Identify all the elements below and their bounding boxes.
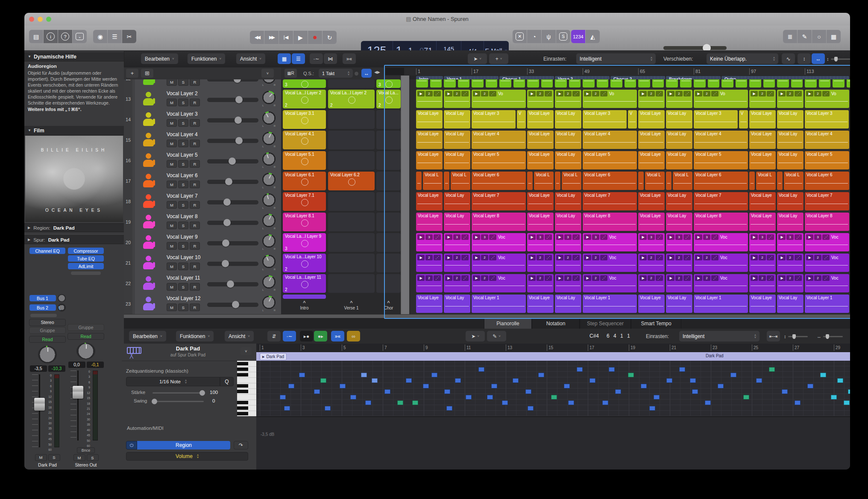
audio-region[interactable]: Vocal Layer 5 xyxy=(583,151,637,169)
automation-mode-button[interactable]: Read xyxy=(67,333,104,339)
loop-arrows-icon[interactable]: ↔ xyxy=(361,69,372,78)
editor-menu-bearbeiten[interactable]: Bearbeiten˅ xyxy=(129,331,166,341)
audio-region[interactable]: Vocal Laye xyxy=(749,213,776,231)
audio-region[interactable] xyxy=(721,79,733,88)
library-icon[interactable]: ▤ xyxy=(29,30,43,43)
midi-note[interactable] xyxy=(705,400,711,405)
live-loops-empty-cell[interactable] xyxy=(376,110,401,129)
track-volume-slider[interactable] xyxy=(207,200,258,204)
track-header-row[interactable]: 22Vocal Layer 11MSRLR xyxy=(124,273,281,294)
loop-region[interactable]: ▶2⋰ xyxy=(666,274,692,292)
record-enable-button[interactable]: R xyxy=(190,303,200,311)
audio-region[interactable]: Vocal Lay xyxy=(555,295,581,313)
horizontal-zoom-icon[interactable]: ⇤⇥ xyxy=(767,331,780,341)
automation-lane[interactable]: -3,5 dB xyxy=(256,416,850,470)
tab-pianorolle[interactable]: Pianorolle xyxy=(484,318,532,329)
send-bus-button[interactable]: Bus 1 xyxy=(29,295,56,301)
audio-region[interactable] xyxy=(569,79,581,88)
live-loops-cell[interactable]: Vocal Layer 8.1 xyxy=(283,213,326,231)
volume-thumb[interactable] xyxy=(235,137,243,144)
audio-region[interactable]: Vocal Lay xyxy=(555,213,581,231)
track-name[interactable]: Vocal Layer 8 xyxy=(167,213,198,219)
loop-region[interactable]: ▶2⋰ xyxy=(416,254,443,272)
cycle-button[interactable]: ↻ xyxy=(323,31,337,44)
audio-region[interactable]: Vocal Lay xyxy=(666,110,692,128)
fader-cap[interactable] xyxy=(73,386,83,399)
volume-thumb[interactable] xyxy=(235,117,242,124)
record-enable-button[interactable]: R xyxy=(190,79,200,86)
loop-region[interactable]: ▶2⋰Vo xyxy=(472,90,526,108)
live-loops-cell[interactable]: Vocal La...l Layer 22 xyxy=(283,90,326,108)
solo-button[interactable]: S xyxy=(48,454,60,461)
midi-note[interactable] xyxy=(743,395,749,400)
master-volume-slider[interactable] xyxy=(663,46,727,50)
insert-plugin-button[interactable]: Channel EQ xyxy=(29,248,65,254)
audio-region[interactable] xyxy=(486,79,498,88)
mute-button[interactable]: M xyxy=(167,201,177,209)
mixer-icon[interactable]: ☰ xyxy=(108,30,122,43)
catch-playhead-icon[interactable]: »« xyxy=(331,331,344,341)
record-enable-button[interactable]: R xyxy=(190,181,200,188)
audio-region[interactable] xyxy=(430,79,442,88)
track-name[interactable]: Vocal Layer 3 xyxy=(167,111,198,117)
region-inspector-row[interactable]: ▶Region:Dark Pad xyxy=(24,223,124,232)
audio-region[interactable] xyxy=(541,79,553,88)
audio-region[interactable]: Vocal Laye xyxy=(527,192,554,210)
volume-thumb[interactable] xyxy=(223,219,231,226)
audio-region[interactable] xyxy=(638,79,650,88)
mute-button[interactable]: M xyxy=(167,160,177,168)
tuning-fork-icon[interactable]: ψ xyxy=(542,30,556,43)
group-button[interactable]: Gruppe xyxy=(29,327,66,334)
pan-knob[interactable] xyxy=(262,132,276,145)
output-button[interactable]: Stereo xyxy=(29,319,66,326)
audio-region[interactable] xyxy=(499,79,511,88)
audio-region[interactable]: Vocal Layer 7 xyxy=(472,192,526,210)
loop-region[interactable]: ▶3⋰ xyxy=(777,233,803,251)
loop-region[interactable]: ▶2⋰ xyxy=(416,90,443,108)
mute-button[interactable]: M xyxy=(167,263,177,270)
midi-note[interactable] xyxy=(284,406,290,411)
audio-region[interactable]: Vocal Lay xyxy=(777,213,803,231)
audio-region[interactable]: Vocal Laye xyxy=(416,131,443,149)
vertical-zoom-icon[interactable]: ↕ xyxy=(798,53,811,64)
live-loops-cell[interactable]: Vocal Layer 6.2 xyxy=(328,172,375,190)
audio-region[interactable]: Vocal Lay xyxy=(555,131,581,149)
track-volume-slider[interactable] xyxy=(207,98,258,102)
record-enable-button[interactable]: R xyxy=(190,201,200,209)
audio-region[interactable] xyxy=(513,79,525,88)
audio-region[interactable]: Vocal Laye xyxy=(638,213,665,231)
loop-region[interactable]: ▶2⋰ xyxy=(749,254,776,272)
audio-region[interactable] xyxy=(527,79,539,88)
solo-button[interactable]: S xyxy=(178,79,188,86)
pan-knob[interactable] xyxy=(262,255,276,268)
snap-dropdown[interactable]: Intelligent˄˅ xyxy=(576,53,656,64)
loop-region[interactable]: ▶3⋰ xyxy=(444,233,470,251)
automation-curve-icon[interactable]: ↷ xyxy=(234,441,248,449)
loop-region[interactable]: ▶2⋰ xyxy=(555,90,581,108)
loop-region[interactable]: ▶2⋰Voc xyxy=(805,254,849,272)
black-key[interactable] xyxy=(237,412,248,415)
loop-region[interactable]: ▶3⋰ xyxy=(527,233,554,251)
audio-region[interactable]: Vocal L xyxy=(562,172,581,190)
mute-button[interactable]: M xyxy=(167,283,177,291)
audio-region[interactable]: Vocal Layer 5 xyxy=(805,151,849,169)
live-loops-cell[interactable]: 3 xyxy=(283,79,326,88)
audio-region[interactable]: Vocal Laye xyxy=(527,151,554,169)
loop-region[interactable]: ▶2⋰Voc xyxy=(694,274,748,292)
loop-browser-icon[interactable]: ○ xyxy=(812,30,826,43)
live-loops-cell[interactable]: Vocal Layer 4.1 xyxy=(283,131,326,149)
midi-note[interactable] xyxy=(513,378,519,383)
loop-region[interactable]: ▶2⋰ xyxy=(666,90,692,108)
automation-power-icon[interactable]: ⏻ xyxy=(126,441,137,449)
loop-region[interactable]: ▶3⋰ xyxy=(749,233,776,251)
solo-button[interactable]: S xyxy=(178,119,188,127)
audio-region[interactable] xyxy=(555,79,567,88)
help-icon[interactable]: ? xyxy=(58,30,72,43)
loop-region[interactable]: ▶2⋰Voc xyxy=(694,254,748,272)
audio-region[interactable]: Vocal Lay xyxy=(666,192,692,210)
live-loops-cell[interactable]: Vocal La...Layer 112 xyxy=(283,274,326,293)
mute-button[interactable]: M xyxy=(167,140,177,147)
mute-button[interactable]: M xyxy=(167,119,177,127)
record-enable-button[interactable]: R xyxy=(190,242,200,250)
volume-thumb[interactable] xyxy=(222,239,229,247)
